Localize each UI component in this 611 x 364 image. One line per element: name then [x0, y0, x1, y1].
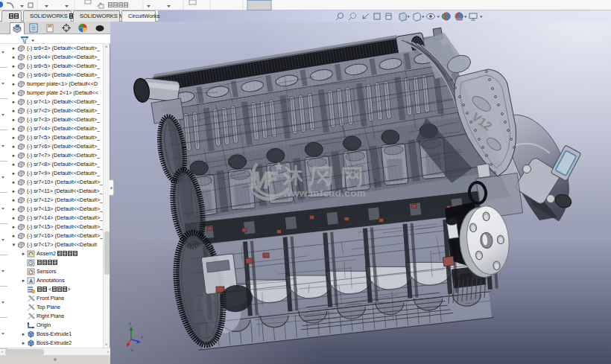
svg-text:A: A: [29, 278, 33, 284]
svg-text:x: x: [131, 348, 133, 352]
svg-text:www.mfcad.com: www.mfcad.com: [282, 188, 366, 199]
svg-text:z: z: [141, 335, 143, 339]
svg-text:F: F: [266, 168, 278, 189]
svg-text:y: y: [129, 321, 131, 325]
